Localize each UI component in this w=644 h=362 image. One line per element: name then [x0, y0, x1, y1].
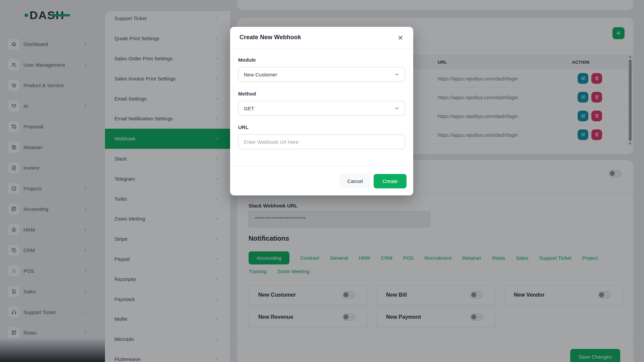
chevron-down-icon: [394, 72, 399, 77]
chevron-down-icon: [394, 72, 399, 77]
method-select-value: GET: [244, 106, 254, 111]
create-webhook-modal: Create New Webhook ✕ Module New Customer…: [230, 27, 413, 195]
module-label: Module: [238, 57, 256, 63]
chevron-down-icon: [394, 106, 399, 111]
method-select[interactable]: GET: [238, 101, 405, 116]
module-select-value: New Customer: [244, 72, 277, 77]
module-select[interactable]: New Customer: [238, 67, 405, 82]
cancel-button[interactable]: Cancel: [339, 174, 371, 188]
method-label: Method: [238, 91, 256, 97]
webhook-url-input[interactable]: [238, 134, 405, 149]
modal-footer: Cancel Create: [230, 166, 413, 195]
create-button[interactable]: Create: [374, 174, 407, 188]
modal-header: Create New Webhook ✕: [230, 27, 413, 49]
modal-title: Create New Webhook: [239, 34, 301, 41]
url-label: URL: [238, 124, 249, 130]
chevron-down-icon: [394, 106, 399, 111]
close-icon[interactable]: ✕: [395, 33, 406, 43]
app-screen: DASH DashboardUser ManagementProduct & S…: [0, 0, 644, 362]
